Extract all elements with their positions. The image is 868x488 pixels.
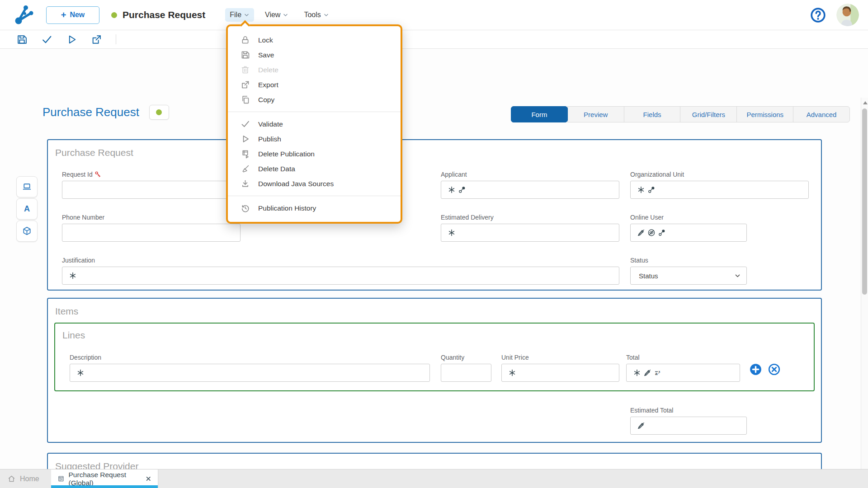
calculated-field-icon	[654, 369, 662, 377]
file-dropdown-menu: Lock Save Delete Export Copy Validate Pu…	[226, 24, 402, 224]
broom-icon	[241, 164, 250, 174]
menu-view[interactable]: View	[260, 8, 293, 22]
online-user-input[interactable]	[668, 224, 741, 241]
open-object-tab[interactable]: Purchase Request (Global)	[51, 469, 158, 488]
menu-item-copy[interactable]: Copy	[228, 92, 401, 107]
scroll-up-arrow[interactable]	[863, 101, 868, 104]
lines-legend: Lines	[62, 330, 85, 341]
required-asterisk-icon	[448, 229, 456, 237]
field-estimated-total: Estimated Total	[630, 406, 747, 435]
validate-icon[interactable]	[41, 34, 52, 45]
scrollbar-thumb[interactable]	[862, 108, 867, 295]
organizational-unit-input[interactable]	[658, 181, 803, 198]
menu-divider	[228, 196, 401, 196]
menu-item-publish[interactable]: Publish	[228, 131, 401, 146]
description-input[interactable]	[87, 364, 424, 381]
save-icon	[241, 50, 250, 60]
home-tab-label: Home	[20, 475, 39, 483]
vertical-scrollbar[interactable]	[861, 98, 868, 488]
delete-publication-icon	[241, 149, 250, 159]
menu-item-validate[interactable]: Validate	[228, 117, 401, 131]
section-items: Items Lines Description Quantity Unit Pr…	[47, 298, 822, 443]
section-purchase-request: Purchase Request Request Id Applicant Or…	[47, 139, 822, 291]
field-quantity: Quantity	[441, 353, 491, 382]
tab-permissions[interactable]: Permissions	[736, 106, 793, 122]
bottom-tab-bar: Home Purchase Request (Global)	[0, 469, 868, 488]
reference-link-icon	[647, 186, 656, 194]
view-tabs: Form Preview Fields Grid/Filters Permiss…	[511, 106, 850, 122]
field-justification: Justification	[62, 256, 619, 285]
field-label: Phone Number	[62, 213, 241, 221]
history-icon	[241, 203, 250, 213]
field-estimated-delivery: Estimated Delivery	[441, 213, 619, 242]
field-applicant: Applicant	[441, 170, 619, 199]
menu-item-export[interactable]: Export	[228, 77, 401, 92]
page-title-row: Purchase Request	[42, 105, 169, 120]
tab-advanced[interactable]: Advanced	[793, 106, 850, 122]
remove-line-button[interactable]	[768, 363, 780, 375]
new-button[interactable]: + New	[46, 6, 99, 24]
field-organizational-unit: Organizational Unit	[630, 170, 809, 199]
menu-item-download-java-sources[interactable]: Download Java Sources	[228, 176, 401, 191]
menu-item-delete-publication[interactable]: Delete Publication	[228, 146, 401, 161]
menubar: File View Tools	[225, 8, 334, 22]
app-header: + New Purchase Request File View Tools	[0, 0, 868, 30]
required-asterisk-icon	[508, 369, 516, 377]
field-request-id: Request Id	[62, 170, 241, 199]
status-dot-chip[interactable]	[149, 105, 169, 120]
help-icon[interactable]	[810, 7, 826, 23]
field-label: Estimated Total	[630, 406, 747, 414]
publish-icon[interactable]	[66, 34, 77, 45]
main-content: Purchase Request Form Preview Fields Gri…	[0, 49, 868, 469]
field-label: Applicant	[441, 170, 619, 178]
app-logo-icon[interactable]	[12, 3, 35, 27]
save-icon[interactable]	[16, 34, 28, 45]
justification-input[interactable]	[79, 267, 613, 284]
estimated-total-input[interactable]	[647, 417, 741, 434]
tab-grid-filters[interactable]: Grid/Filters	[680, 106, 737, 122]
action-toolbar	[0, 30, 868, 49]
cube-icon	[22, 226, 32, 236]
menu-item-label: Delete Publication	[258, 150, 315, 158]
menu-view-label: View	[265, 11, 280, 19]
menu-tools[interactable]: Tools	[299, 8, 333, 22]
object-status-dot	[111, 12, 117, 18]
tab-fields[interactable]: Fields	[624, 106, 681, 122]
field-label: Request Id	[62, 171, 93, 178]
menu-item-save[interactable]: Save	[228, 47, 401, 62]
hidden-eye-icon	[647, 229, 656, 237]
estimated-delivery-input[interactable]	[458, 224, 613, 241]
request-id-input[interactable]	[69, 181, 235, 198]
unit-price-input[interactable]	[519, 364, 613, 381]
preview-device-button[interactable]	[16, 176, 38, 197]
text-element-button[interactable]	[16, 198, 38, 220]
home-tab[interactable]: Home	[0, 469, 47, 488]
tab-form[interactable]: Form	[511, 106, 568, 122]
close-icon[interactable]	[146, 475, 151, 482]
menu-file[interactable]: File	[225, 8, 254, 22]
plus-icon: +	[61, 10, 66, 19]
menu-item-label: Delete Data	[258, 165, 295, 173]
field-description: Description	[70, 353, 430, 382]
tab-preview[interactable]: Preview	[567, 106, 624, 122]
menu-item-lock[interactable]: Lock	[228, 33, 401, 47]
phone-number-input[interactable]	[69, 224, 235, 241]
open-object-tab-label: Purchase Request (Global)	[69, 471, 139, 487]
section-legend: Purchase Request	[55, 147, 133, 158]
add-line-button[interactable]	[750, 363, 762, 375]
not-editable-icon	[637, 229, 645, 237]
quantity-input[interactable]	[448, 364, 486, 381]
menu-item-publication-history[interactable]: Publication History	[228, 201, 401, 216]
status-select[interactable]: Status	[630, 267, 747, 285]
chevron-down-icon	[283, 12, 288, 18]
copy-icon	[241, 95, 250, 104]
menu-divider	[228, 112, 401, 112]
applicant-input[interactable]	[468, 181, 613, 198]
export-icon	[241, 80, 250, 89]
total-input[interactable]	[664, 364, 734, 381]
user-avatar[interactable]	[836, 4, 859, 26]
not-editable-icon	[643, 369, 651, 377]
export-icon[interactable]	[91, 34, 102, 45]
object-element-button[interactable]	[16, 221, 38, 242]
menu-item-delete-data[interactable]: Delete Data	[228, 161, 401, 176]
